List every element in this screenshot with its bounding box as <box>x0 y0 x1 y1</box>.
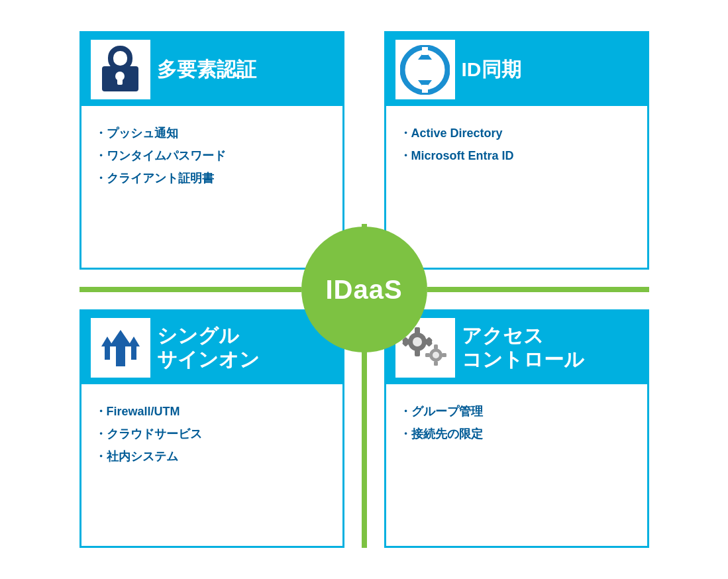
quadrant-mfa: 多要素認証 プッシュ通知 ワンタイムパスワード クライアント証明書 <box>79 31 344 270</box>
access-item-1: グループ管理 <box>399 400 634 423</box>
connector-bottom <box>362 352 367 548</box>
sso-title: シングルサインオン <box>157 324 260 372</box>
sso-item-3: 社内システム <box>95 445 329 468</box>
connector-left <box>79 287 301 292</box>
sso-body: Firewall/UTM クラウドサービス 社内システム <box>81 384 342 484</box>
sync-icon <box>395 40 455 99</box>
id-sync-item-2: Microsoft Entra ID <box>399 144 634 167</box>
svg-point-21 <box>433 352 439 358</box>
access-item-2: 接続先の限定 <box>399 423 634 445</box>
quadrant-access-control: アクセスコントロール グループ管理 接続先の限定 <box>384 309 649 548</box>
quadrant-sso: シングルサインオン Firewall/UTM クラウドサービス 社内システム <box>79 309 344 548</box>
svg-rect-6 <box>422 85 428 93</box>
lock-icon <box>91 40 150 99</box>
access-title: アクセスコントロール <box>462 324 584 372</box>
access-body: グループ管理 接続先の限定 <box>386 384 647 461</box>
sso-item-1: Firewall/UTM <box>95 400 329 423</box>
svg-rect-5 <box>422 47 428 55</box>
mfa-item-3: クライアント証明書 <box>95 167 329 189</box>
quadrant-id-sync: ID同期 Active Directory Microsoft Entra ID <box>384 31 649 270</box>
mfa-title: 多要素認証 <box>157 58 256 81</box>
mfa-header: 多要素認証 <box>81 33 342 106</box>
svg-rect-3 <box>117 76 123 85</box>
svg-rect-22 <box>434 344 438 349</box>
diagram-wrapper: 多要素認証 プッシュ通知 ワンタイムパスワード クライアント証明書 <box>79 31 649 548</box>
mfa-item-2: ワンタイムパスワード <box>95 144 329 167</box>
svg-rect-12 <box>415 327 420 334</box>
access-header: アクセスコントロール <box>386 311 647 384</box>
svg-point-11 <box>413 337 422 346</box>
svg-rect-13 <box>415 350 420 356</box>
svg-marker-7 <box>109 330 132 366</box>
svg-rect-0 <box>111 48 130 68</box>
id-sync-header: ID同期 <box>386 33 647 106</box>
svg-rect-23 <box>434 361 438 366</box>
mfa-item-1: プッシュ通知 <box>95 122 329 144</box>
id-sync-item-1: Active Directory <box>399 122 634 144</box>
connector-right <box>427 287 649 292</box>
svg-rect-24 <box>442 353 446 357</box>
sso-icon <box>91 318 150 378</box>
idaas-circle: IDaaS <box>301 227 427 352</box>
svg-marker-9 <box>128 337 140 360</box>
sso-item-2: クラウドサービス <box>95 423 329 445</box>
id-sync-title: ID同期 <box>462 58 521 81</box>
mfa-body: プッシュ通知 ワンタイムパスワード クライアント証明書 <box>81 106 342 206</box>
idaas-label: IDaaS <box>325 275 402 305</box>
id-sync-body: Active Directory Microsoft Entra ID <box>386 106 647 183</box>
svg-rect-25 <box>425 353 430 357</box>
svg-marker-8 <box>101 337 113 360</box>
sso-header: シングルサインオン <box>81 311 342 384</box>
